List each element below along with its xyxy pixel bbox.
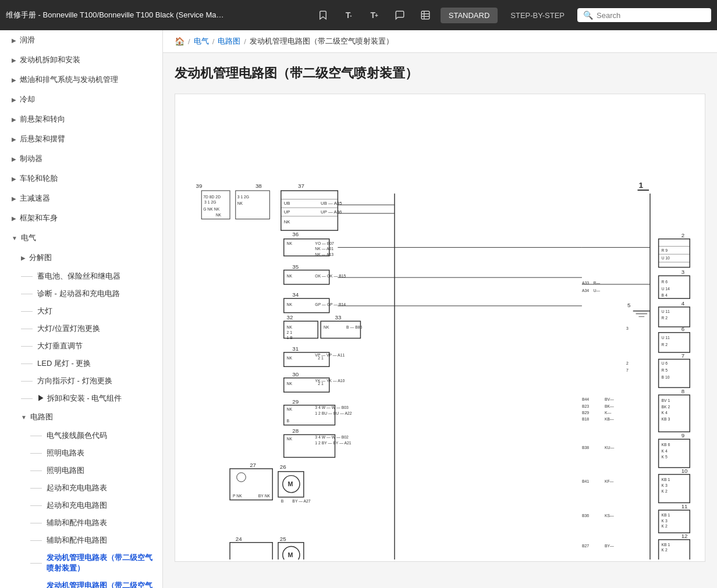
sidebar-arrow-2: ▶ — [12, 77, 16, 83]
sidebar-label-2: 燃油和排气系统与发动机管理 — [20, 74, 118, 85]
svg-text:9: 9 — [681, 432, 684, 439]
svg-text:B29: B29 — [582, 411, 589, 415]
svg-text:K  5: K 5 — [661, 455, 667, 459]
svg-rect-94 — [659, 239, 690, 268]
svg-text:NK: NK — [284, 219, 291, 224]
svg-text:3 1 2G: 3 1 2G — [204, 200, 216, 204]
sidebar-sep-label-23[interactable]: 照明电路图 — [47, 465, 84, 476]
sidebar-item-5[interactable]: ▶后悬架和摆臂 — [0, 129, 162, 149]
svg-text:UB: UB — [284, 201, 290, 206]
sidebar-item-8[interactable]: ▶主减速器 — [0, 188, 162, 208]
sidebar-sep-label-24[interactable]: 起动和充电电路表 — [47, 483, 107, 493]
content-area: 🏠 / 电气 / 电路图 / 发动机管理电路图（带二级空气喷射装置） 发动机管理… — [163, 30, 717, 588]
sidebar-sep-label-13[interactable]: 诊断 - 起动器和充电电路 — [37, 288, 120, 299]
sidebar-sep-label-28[interactable]: 发动机管理电路表（带二级空气喷射装置） — [47, 553, 155, 573]
svg-text:7: 7 — [681, 352, 684, 359]
sidebar-sep-26: 辅助和配件电路表 — [0, 514, 162, 532]
svg-text:KB  1: KB 1 — [661, 513, 670, 517]
svg-text:NK: NK — [324, 325, 329, 329]
sidebar-line-15 — [21, 329, 33, 329]
standard-button[interactable]: STANDARD — [441, 8, 498, 23]
svg-text:BY NK: BY NK — [258, 494, 271, 498]
comment-button[interactable] — [389, 5, 410, 26]
svg-text:3 1 2G: 3 1 2G — [237, 195, 249, 199]
sidebar-sep-label-17[interactable]: LED 尾灯 - 更换 — [37, 358, 91, 369]
svg-text:KB  6: KB 6 — [661, 443, 670, 447]
svg-text:38: 38 — [255, 183, 262, 189]
sidebar-sep-28: 发动机管理电路表（带二级空气喷射装置） — [0, 549, 162, 577]
breadcrumb-current: 发动机管理电路图（带二级空气喷射装置） — [250, 36, 393, 47]
sidebar-line-19 — [21, 398, 33, 399]
sidebar-item-11[interactable]: ▶分解图 — [0, 248, 162, 268]
sidebar-item-7[interactable]: ▶车轮和轮胎 — [0, 169, 162, 188]
sidebar-sep-24: 起动和充电电路表 — [0, 479, 162, 497]
sidebar-label-6: 制动器 — [20, 154, 42, 164]
sidebar-item-2[interactable]: ▶燃油和排气系统与发动机管理 — [0, 70, 162, 90]
svg-text:2: 2 — [626, 361, 629, 365]
sidebar-sep-21: 电气接线颜色代码 — [0, 427, 162, 444]
sidebar-sep-label-16[interactable]: 大灯垂直调节 — [37, 341, 83, 351]
circuit-diagram[interactable]: 39 7D 8D 2D 3 1 2G G NK NK NK 38 3 1 2G … — [175, 94, 705, 562]
svg-text:NK: NK — [287, 437, 293, 441]
home-icon[interactable]: 🏠 — [175, 37, 184, 46]
svg-text:K  4: K 4 — [661, 411, 667, 415]
svg-text:25: 25 — [280, 536, 286, 542]
sidebar-sep-label-22[interactable]: 照明电路表 — [47, 448, 84, 458]
sidebar-line-24 — [30, 488, 42, 489]
sidebar-label-8: 主减速器 — [20, 193, 50, 204]
search-input[interactable] — [597, 11, 705, 20]
sidebar-sep-22: 照明电路表 — [0, 444, 162, 462]
sidebar-sep-label-26[interactable]: 辅助和配件电路表 — [47, 518, 107, 528]
svg-text:7D 8D 2D: 7D 8D 2D — [203, 195, 221, 199]
svg-text:B38: B38 — [582, 446, 589, 450]
sidebar-item-9[interactable]: ▶框架和车身 — [0, 208, 162, 228]
svg-text:R  2: R 2 — [661, 316, 668, 320]
sidebar-label-5: 后悬架和摆臂 — [20, 134, 65, 144]
diagram-svg: 39 7D 8D 2D 3 1 2G G NK NK NK 38 3 1 2G … — [175, 94, 705, 560]
svg-text:27: 27 — [250, 462, 256, 468]
sidebar-item-0[interactable]: ▶润滑 — [0, 30, 162, 50]
sidebar-item-6[interactable]: ▶制动器 — [0, 149, 162, 169]
bookmark-button[interactable] — [313, 5, 333, 26]
svg-text:34: 34 — [292, 291, 299, 298]
svg-text:UP: UP — [284, 209, 290, 215]
sidebar-sep-label-14[interactable]: 大灯 — [37, 306, 52, 316]
sidebar-item-4[interactable]: ▶前悬架和转向 — [0, 109, 162, 129]
sidebar-sep-label-29[interactable]: 发动机管理电路图（带二级空气喷射装置） — [47, 580, 155, 588]
sidebar-arrow-7: ▶ — [12, 176, 16, 182]
svg-text:3 4  W — W — B03: 3 4 W — W — B03 — [315, 405, 349, 409]
sidebar-item-3[interactable]: ▶冷却 — [0, 90, 162, 109]
svg-text:K  3: K 3 — [661, 483, 667, 487]
svg-text:R  2: R 2 — [661, 343, 668, 347]
breadcrumb-item-1[interactable]: 电路图 — [218, 36, 240, 47]
decrease-font-button[interactable]: T- — [338, 5, 359, 26]
sidebar-sep-label-18[interactable]: 方向指示灯 - 灯泡更换 — [37, 376, 112, 386]
svg-text:2 1: 2 1 — [318, 356, 324, 360]
sidebar-item-20[interactable]: ▼电路图 — [0, 407, 162, 427]
svg-text:1 2  BU — BU — A22: 1 2 BU — BU — A22 — [315, 411, 352, 415]
svg-text:35: 35 — [292, 263, 299, 270]
sidebar-sep-label-12[interactable]: 蓄电池、保险丝和继电器 — [37, 271, 120, 281]
svg-text:KS—: KS— — [605, 514, 614, 518]
step-by-step-button[interactable]: STEP-BY-STEP — [502, 8, 573, 23]
svg-text:6: 6 — [681, 326, 684, 332]
svg-text:31: 31 — [292, 345, 299, 352]
svg-point-72 — [237, 473, 246, 482]
sidebar-line-13 — [21, 294, 33, 294]
sidebar-item-10[interactable]: ▼电气 — [0, 228, 162, 248]
svg-text:B44: B44 — [582, 397, 589, 401]
svg-text:R  9: R 9 — [661, 248, 668, 252]
breadcrumb-item-0[interactable]: 电气 — [194, 36, 209, 47]
sidebar-sep-label-25[interactable]: 起动和充电电路图 — [47, 500, 107, 511]
increase-font-button[interactable]: T+ — [364, 5, 385, 26]
sidebar-arrow-0: ▶ — [12, 37, 16, 44]
sidebar-sep-label-21[interactable]: 电气接线颜色代码 — [47, 430, 107, 441]
sidebar-sep-label-27[interactable]: 辅助和配件电路图 — [47, 535, 107, 546]
sidebar-item-1[interactable]: ▶发动机拆卸和安装 — [0, 50, 162, 70]
sidebar-line-21 — [30, 436, 42, 436]
sidebar-label-20: 电路图 — [30, 412, 53, 422]
sidebar-sep-label-15[interactable]: 大灯/位置灯泡更换 — [37, 323, 100, 334]
note-button[interactable] — [415, 5, 436, 26]
sidebar-label-4: 前悬架和转向 — [20, 114, 65, 124]
sidebar-sep-label-19[interactable]: ▶ 拆卸和安装 - 电气组件 — [37, 393, 122, 404]
